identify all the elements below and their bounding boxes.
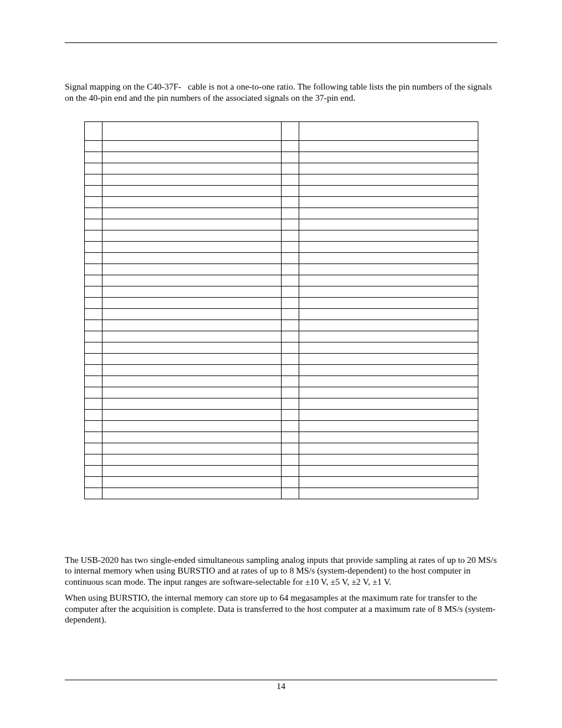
table-cell bbox=[84, 387, 102, 398]
table-cell bbox=[102, 375, 281, 387]
table-cell bbox=[84, 431, 102, 443]
table-cell bbox=[84, 398, 102, 409]
table-cell bbox=[281, 241, 299, 252]
table-row bbox=[84, 319, 478, 331]
table-cell bbox=[102, 387, 281, 398]
table-cell bbox=[281, 196, 299, 207]
table-row bbox=[84, 465, 478, 476]
table-cell bbox=[281, 140, 299, 151]
table-cell bbox=[84, 151, 102, 163]
table-cell bbox=[102, 252, 281, 263]
analog-section: The USB-2020 has two single-ended simult… bbox=[65, 555, 497, 626]
table-row bbox=[84, 219, 478, 230]
table-row bbox=[84, 163, 478, 174]
table-row bbox=[84, 454, 478, 465]
table-cell bbox=[299, 308, 478, 319]
table-cell bbox=[299, 252, 478, 263]
table-row bbox=[84, 185, 478, 196]
table-cell bbox=[84, 185, 102, 196]
table-cell bbox=[84, 420, 102, 431]
table-cell bbox=[299, 387, 478, 398]
table-cell bbox=[281, 487, 299, 499]
table-row bbox=[84, 420, 478, 431]
table-cell bbox=[281, 420, 299, 431]
table-cell bbox=[84, 219, 102, 230]
table-cell bbox=[299, 409, 478, 420]
table-cell bbox=[299, 443, 478, 454]
table-cell bbox=[102, 331, 281, 342]
table-cell bbox=[299, 454, 478, 465]
table-cell bbox=[84, 252, 102, 263]
th-right-pin bbox=[281, 121, 299, 140]
table-row bbox=[84, 263, 478, 275]
table-cell bbox=[299, 263, 478, 275]
document-page: Signal mapping on the C40-37F- cable is … bbox=[0, 0, 562, 728]
table-cell bbox=[102, 297, 281, 308]
table-row bbox=[84, 331, 478, 342]
th-left-signal bbox=[102, 121, 281, 140]
table-cell bbox=[84, 241, 102, 252]
table-row bbox=[84, 275, 478, 286]
table-cell bbox=[281, 387, 299, 398]
table-cell bbox=[84, 207, 102, 219]
table-cell bbox=[84, 297, 102, 308]
table-cell bbox=[281, 375, 299, 387]
table-cell bbox=[84, 465, 102, 476]
table-cell bbox=[281, 207, 299, 219]
th-right-signal bbox=[299, 121, 478, 140]
table-cell bbox=[84, 308, 102, 319]
table-cell bbox=[102, 454, 281, 465]
table-cell bbox=[299, 185, 478, 196]
table-row bbox=[84, 364, 478, 375]
signal-mapping-table bbox=[84, 121, 478, 499]
table-cell bbox=[281, 230, 299, 241]
table-cell bbox=[299, 174, 478, 185]
table-cell bbox=[281, 431, 299, 443]
table-cell bbox=[84, 476, 102, 487]
table-cell bbox=[299, 286, 478, 297]
table-row bbox=[84, 431, 478, 443]
table-row bbox=[84, 409, 478, 420]
table-row bbox=[84, 342, 478, 353]
table-cell bbox=[281, 398, 299, 409]
table-cell bbox=[102, 174, 281, 185]
table-cell bbox=[281, 297, 299, 308]
table-cell bbox=[102, 230, 281, 241]
intro-paragraph: Signal mapping on the C40-37F- cable is … bbox=[65, 81, 497, 104]
analog-paragraph-1: The USB-2020 has two single-ended simult… bbox=[65, 555, 497, 588]
table-cell bbox=[102, 263, 281, 275]
table-cell bbox=[299, 342, 478, 353]
table-cell bbox=[84, 275, 102, 286]
table-cell bbox=[281, 185, 299, 196]
table-cell bbox=[102, 219, 281, 230]
table-cell bbox=[102, 487, 281, 499]
table-cell bbox=[84, 487, 102, 499]
table-header-row bbox=[84, 121, 478, 140]
table-row bbox=[84, 140, 478, 151]
table-cell bbox=[84, 286, 102, 297]
table-cell bbox=[281, 364, 299, 375]
table-row bbox=[84, 398, 478, 409]
table-cell bbox=[299, 241, 478, 252]
table-row bbox=[84, 252, 478, 263]
table-cell bbox=[299, 140, 478, 151]
table-cell bbox=[84, 364, 102, 375]
table-cell bbox=[299, 465, 478, 476]
table-row bbox=[84, 476, 478, 487]
table-cell bbox=[299, 487, 478, 499]
table-row bbox=[84, 286, 478, 297]
table-cell bbox=[299, 163, 478, 174]
table-cell bbox=[299, 476, 478, 487]
table-cell bbox=[102, 140, 281, 151]
table-cell bbox=[102, 241, 281, 252]
header-rule bbox=[65, 42, 497, 43]
table-cell bbox=[281, 275, 299, 286]
analog-paragraph-2: When using BURSTIO, the internal memory … bbox=[65, 592, 497, 625]
table-cell bbox=[281, 219, 299, 230]
table-cell bbox=[102, 207, 281, 219]
table-cell bbox=[299, 219, 478, 230]
table-cell bbox=[299, 420, 478, 431]
table-cell bbox=[281, 174, 299, 185]
table-row bbox=[84, 174, 478, 185]
table-cell bbox=[299, 151, 478, 163]
